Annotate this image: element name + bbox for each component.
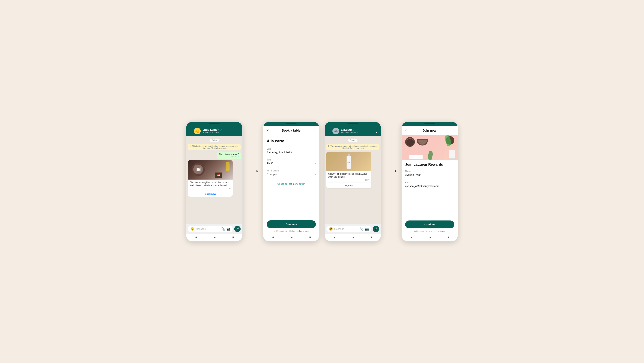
continue-button-4[interactable]: Continue bbox=[405, 221, 454, 228]
card-bubble-3: LaLueur Get 10% off exclusive deals with… bbox=[326, 152, 371, 188]
contact-name-3: LaLueur ✓ bbox=[341, 128, 373, 131]
form-title-2: Book a table bbox=[282, 129, 300, 132]
tube-body: LaLueur bbox=[346, 156, 351, 169]
jar-inner bbox=[410, 155, 422, 159]
notch-3 bbox=[348, 123, 358, 124]
close-button-4[interactable]: ✕ bbox=[404, 128, 408, 133]
phone-1: ← 🍋 Little Lemon ✓ Business Account ⋮ To… bbox=[186, 121, 242, 242]
chat-body-3: Today ℹ This business works with other c… bbox=[325, 136, 381, 224]
food-emoji-1: 🍽️ bbox=[193, 165, 203, 174]
plate-1: 🍽️ bbox=[192, 163, 205, 176]
menu-button-1[interactable]: ⋮ bbox=[236, 129, 240, 133]
coconut-inner-1 bbox=[406, 138, 414, 146]
verified-badge-3: ✓ bbox=[353, 128, 355, 131]
mic-button-3[interactable]: 🎤 bbox=[373, 226, 379, 232]
emoji-icon-3[interactable]: 🙂 bbox=[329, 227, 333, 231]
attach-icon-3[interactable]: 📎 bbox=[360, 227, 364, 231]
back-nav-3[interactable]: ◄ bbox=[333, 236, 336, 239]
status-bar-2 bbox=[263, 122, 319, 126]
menu-button-4[interactable]: ⋮ bbox=[452, 128, 455, 133]
recent-nav-1[interactable]: ■ bbox=[232, 236, 234, 239]
bottom-nav-2: ◄ ● ■ bbox=[263, 234, 319, 241]
info-icon-3: ℹ bbox=[328, 145, 329, 147]
date-badge-1: Today bbox=[210, 139, 219, 142]
continue-button-2[interactable]: Continue bbox=[267, 220, 316, 228]
name-field[interactable]: Name Ayesha Pwar bbox=[405, 170, 454, 178]
time-field[interactable]: Time 19:30 › bbox=[267, 159, 316, 166]
diners-chevron: › bbox=[315, 173, 316, 176]
bubble-time-1: 11:59 ✓✓ bbox=[219, 156, 239, 158]
home-nav-3[interactable]: ● bbox=[352, 236, 354, 239]
card-content-3: Get 10% off exclusive deals with LaLueur… bbox=[326, 171, 371, 183]
form-body-4: Join LaLueur Rewards Name Ayesha Pwar Em… bbox=[402, 160, 458, 218]
recent-nav-2[interactable]: ■ bbox=[309, 236, 311, 239]
back-nav-2[interactable]: ◄ bbox=[272, 236, 274, 239]
email-field[interactable]: Email ayesha_49952@mymail.com bbox=[405, 181, 454, 189]
learn-more-link-2[interactable]: Learn more bbox=[299, 230, 309, 232]
rewards-title: Join LaLueur Rewards bbox=[405, 162, 454, 166]
coconut-1 bbox=[405, 137, 415, 147]
camera-icon-1[interactable]: 📷 bbox=[226, 227, 230, 231]
leaf-2 bbox=[427, 151, 434, 160]
message-input-3[interactable]: 🙂 Message 📎 📷 bbox=[326, 226, 371, 232]
bottom-nav-4: ◄ ● ■ bbox=[402, 234, 458, 241]
phones-container: ← 🍋 Little Lemon ✓ Business Account ⋮ To… bbox=[186, 121, 458, 242]
book-now-button[interactable]: Book now bbox=[188, 191, 233, 197]
diners-field[interactable]: No. of diners 4 people › bbox=[267, 169, 316, 177]
close-button-2[interactable]: ✕ bbox=[266, 128, 269, 133]
menu-button-2[interactable]: ⋮ bbox=[313, 128, 316, 133]
arrow-shape-1 bbox=[248, 171, 258, 171]
menu-button-3[interactable]: ⋮ bbox=[375, 129, 378, 133]
mic-button-1[interactable]: 🎤 bbox=[234, 226, 240, 232]
back-button-1[interactable]: ← bbox=[189, 129, 192, 133]
card-text-3: Get 10% off exclusive deals with LaLueur… bbox=[328, 172, 369, 178]
verified-badge-1: ✓ bbox=[220, 128, 222, 131]
arrow-shape-2 bbox=[386, 171, 396, 171]
header-info-1: Little Lemon ✓ Business Account bbox=[202, 128, 234, 134]
date-label: Date bbox=[267, 148, 316, 150]
avatar-1: 🍋 bbox=[194, 128, 201, 134]
learn-more-link-4[interactable]: Learn more bbox=[436, 230, 446, 232]
home-nav-4[interactable]: ● bbox=[429, 236, 431, 239]
recent-nav-3[interactable]: ■ bbox=[371, 236, 372, 239]
form-title-4: Join now bbox=[422, 129, 436, 132]
form-header-4: ✕ Join now ⋮ bbox=[402, 126, 458, 135]
system-message-3: ℹ This business works with other compani… bbox=[326, 144, 379, 150]
phone-3: ← LaL LaLueur ✓ Business Account ⋮ Today… bbox=[324, 121, 381, 242]
diners-value[interactable]: 4 people › bbox=[267, 173, 316, 177]
card-image-1: 🍽️ 🥗 bbox=[188, 160, 233, 180]
notch-2 bbox=[286, 123, 296, 124]
header-subtitle-1: Business Account bbox=[202, 131, 234, 134]
card-content-1: Discover our neighbourhood bistro honest… bbox=[188, 180, 233, 191]
home-nav-2[interactable]: ● bbox=[291, 236, 293, 239]
home-nav-1[interactable]: ● bbox=[214, 236, 216, 239]
mic-icon-1: 🎤 bbox=[236, 227, 239, 231]
name-value[interactable]: Ayesha Pwar bbox=[405, 173, 454, 178]
message-input-1[interactable]: 🙂 Message 📎 📷 bbox=[188, 226, 233, 232]
signup-button[interactable]: Sign up bbox=[326, 183, 371, 188]
message-placeholder-1: Message bbox=[196, 228, 220, 230]
product-tube: LaLueur bbox=[346, 154, 351, 169]
email-value[interactable]: ayesha_49952@mymail.com bbox=[405, 185, 454, 189]
attach-icon-1[interactable]: 📎 bbox=[221, 227, 225, 231]
email-label: Email bbox=[405, 181, 454, 184]
set-menu-link[interactable]: Or see our set menu option bbox=[267, 183, 316, 185]
rewards-image bbox=[402, 135, 458, 160]
back-button-3[interactable]: ← bbox=[327, 129, 331, 133]
back-nav-4[interactable]: ◄ bbox=[410, 236, 413, 239]
cream-jar bbox=[409, 155, 423, 159]
camera-icon-3[interactable]: 📷 bbox=[365, 227, 369, 231]
time-label: Time bbox=[267, 159, 316, 161]
time-value[interactable]: 19:30 › bbox=[267, 162, 316, 166]
card-image-3: LaLueur bbox=[326, 152, 371, 171]
chat-input-1: 🙂 Message 📎 📷 🎤 bbox=[186, 224, 242, 234]
date-field: Date Saturday, Jun 7 2023 bbox=[267, 148, 316, 155]
chat-body-1: Today ℹ This business works with other c… bbox=[186, 136, 242, 224]
arrow-2 bbox=[386, 121, 396, 171]
managed-note-4: — Managed by LaLueur. Learn more bbox=[402, 230, 458, 234]
back-nav-1[interactable]: ◄ bbox=[194, 236, 197, 239]
notch-4 bbox=[424, 123, 435, 124]
recent-nav-4[interactable]: ■ bbox=[448, 236, 450, 239]
emoji-icon-1[interactable]: 🙂 bbox=[190, 227, 194, 231]
glass-1 bbox=[226, 162, 230, 171]
